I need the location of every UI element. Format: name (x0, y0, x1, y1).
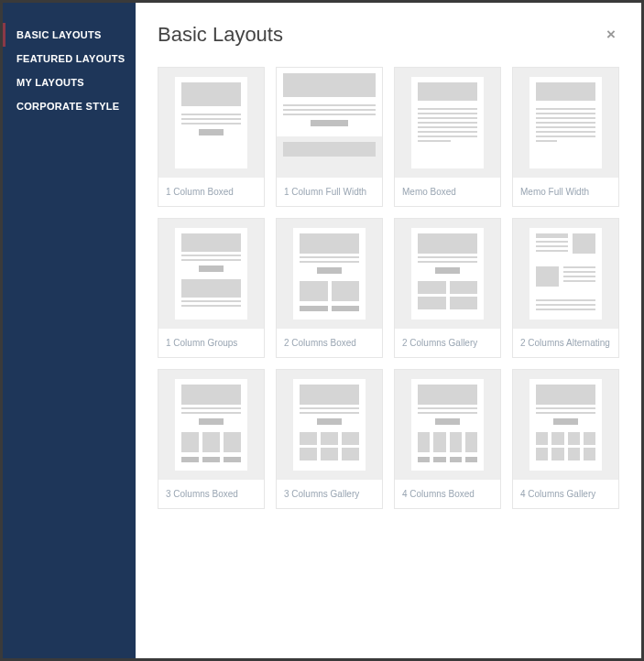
layout-thumbnail (395, 68, 500, 178)
layout-label: 4 Columns Gallery (513, 480, 618, 508)
layout-label: 2 Columns Alternating (513, 329, 618, 357)
layout-card-2-columns-boxed[interactable]: 2 Columns Boxed (276, 218, 383, 358)
layout-thumbnail (158, 68, 264, 178)
layout-label: 1 Column Groups (158, 329, 264, 357)
dialog-frame: BASIC LAYOUTS FEATURED LAYOUTS MY LAYOUT… (3, 3, 641, 658)
layout-thumbnail (277, 370, 382, 480)
sidebar-item-basic-layouts[interactable]: BASIC LAYOUTS (3, 23, 136, 47)
layout-thumbnail (277, 68, 382, 178)
layout-thumbnail (277, 219, 382, 329)
layout-thumbnail (158, 219, 264, 329)
layout-label: 2 Columns Boxed (277, 329, 382, 357)
layout-card-1-column-full-width[interactable]: 1 Column Full Width (276, 67, 383, 207)
layout-thumbnail (158, 370, 264, 480)
layout-thumbnail (395, 219, 500, 329)
layout-card-2-columns-gallery[interactable]: 2 Columns Gallery (394, 218, 501, 358)
header: Basic Layouts × (158, 23, 619, 47)
layout-label: 3 Columns Boxed (158, 480, 264, 508)
layout-thumbnail (513, 219, 618, 329)
layout-thumbnail (513, 370, 618, 480)
layout-grid: 1 Column Boxed (158, 67, 619, 509)
close-button[interactable]: × (603, 24, 619, 46)
main-panel: Basic Layouts × 1 Column Boxed (136, 3, 641, 658)
layout-label: Memo Full Width (513, 178, 618, 206)
layout-card-4-columns-boxed[interactable]: 4 Columns Boxed (394, 369, 501, 509)
layout-card-2-columns-alternating[interactable]: 2 Columns Alternating (512, 218, 619, 358)
layout-label: 3 Columns Gallery (277, 480, 382, 508)
layout-thumbnail (395, 370, 500, 480)
layout-thumbnail (513, 68, 618, 178)
layout-card-1-column-groups[interactable]: 1 Column Groups (158, 218, 265, 358)
layout-label: 1 Column Boxed (158, 178, 264, 206)
layout-label: 2 Columns Gallery (395, 329, 500, 357)
sidebar-item-my-layouts[interactable]: MY LAYOUTS (3, 70, 136, 94)
sidebar-item-corporate-style[interactable]: CORPORATE STYLE (3, 94, 136, 118)
sidebar: BASIC LAYOUTS FEATURED LAYOUTS MY LAYOUT… (3, 3, 136, 658)
layout-card-3-columns-gallery[interactable]: 3 Columns Gallery (276, 369, 383, 509)
layout-card-1-column-boxed[interactable]: 1 Column Boxed (158, 67, 265, 207)
layout-card-4-columns-gallery[interactable]: 4 Columns Gallery (512, 369, 619, 509)
sidebar-item-featured-layouts[interactable]: FEATURED LAYOUTS (3, 47, 136, 70)
layout-card-3-columns-boxed[interactable]: 3 Columns Boxed (158, 369, 265, 509)
layout-label: Memo Boxed (395, 178, 500, 206)
page-title: Basic Layouts (158, 23, 283, 47)
layout-label: 4 Columns Boxed (395, 480, 500, 508)
layout-card-memo-boxed[interactable]: Memo Boxed (394, 67, 501, 207)
layout-label: 1 Column Full Width (277, 178, 382, 206)
layout-card-memo-full-width[interactable]: Memo Full Width (512, 67, 619, 207)
